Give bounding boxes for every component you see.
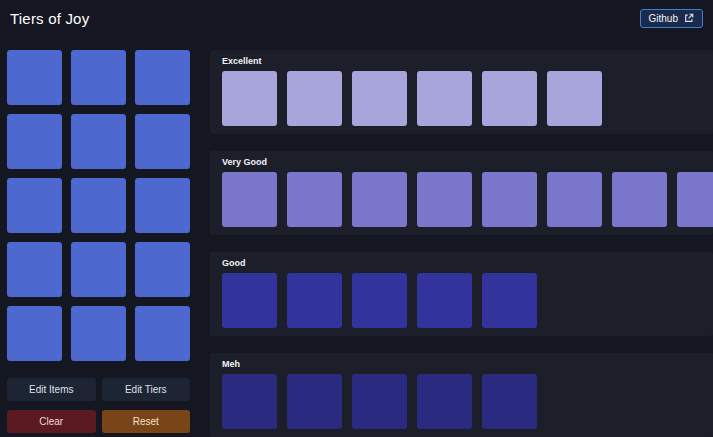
pool-item[interactable] <box>135 114 190 169</box>
tier-item[interactable] <box>482 374 537 429</box>
tier-item[interactable] <box>287 172 342 227</box>
tier-label: Very Good <box>222 157 701 167</box>
tier-item[interactable] <box>547 71 602 126</box>
tier-row: Meh <box>210 353 713 437</box>
tier-row: Very Good <box>210 151 713 235</box>
tier-item[interactable] <box>287 71 342 126</box>
clear-button[interactable]: Clear <box>7 410 96 433</box>
tier-item[interactable] <box>482 172 537 227</box>
pool-item[interactable] <box>7 178 62 233</box>
pool-item[interactable] <box>7 114 62 169</box>
pool-item[interactable] <box>7 306 62 361</box>
tier-item[interactable] <box>222 172 277 227</box>
tier-label: Excellent <box>222 56 701 66</box>
main-layout: Edit Items Edit Tiers Clear Reset Excell… <box>0 36 713 437</box>
controls: Edit Items Edit Tiers Clear Reset <box>7 378 190 433</box>
tier-item[interactable] <box>222 273 277 328</box>
tier-item[interactable] <box>222 374 277 429</box>
tier-items <box>222 374 701 429</box>
tier-label: Good <box>222 258 701 268</box>
pool-item[interactable] <box>7 242 62 297</box>
item-pool-panel: Edit Items Edit Tiers Clear Reset <box>7 50 190 433</box>
tier-row: Good <box>210 252 713 336</box>
pool-item[interactable] <box>71 242 126 297</box>
tier-item[interactable] <box>222 71 277 126</box>
pool-item[interactable] <box>7 50 62 105</box>
pool-item[interactable] <box>71 306 126 361</box>
external-link-icon <box>684 13 694 23</box>
tier-item[interactable] <box>287 374 342 429</box>
tier-item[interactable] <box>547 172 602 227</box>
tier-items <box>222 71 701 126</box>
tier-item[interactable] <box>352 374 407 429</box>
tier-item[interactable] <box>352 71 407 126</box>
tier-item[interactable] <box>482 273 537 328</box>
pool-item[interactable] <box>71 114 126 169</box>
item-pool <box>7 50 190 361</box>
tier-label: Meh <box>222 359 701 369</box>
tier-item[interactable] <box>482 71 537 126</box>
edit-tiers-button[interactable]: Edit Tiers <box>102 378 191 401</box>
pool-item[interactable] <box>71 50 126 105</box>
tier-items <box>222 172 701 227</box>
reset-button[interactable]: Reset <box>102 410 191 433</box>
tier-item[interactable] <box>352 273 407 328</box>
tier-item[interactable] <box>417 71 472 126</box>
tier-item[interactable] <box>677 172 713 227</box>
github-button-label: Github <box>649 13 678 24</box>
tier-item[interactable] <box>417 374 472 429</box>
github-button[interactable]: Github <box>640 9 703 28</box>
tier-item[interactable] <box>612 172 667 227</box>
tier-list: ExcellentVery GoodGoodMeh <box>210 50 713 437</box>
pool-item[interactable] <box>135 178 190 233</box>
tier-row: Excellent <box>210 50 713 134</box>
pool-item[interactable] <box>71 178 126 233</box>
tier-item[interactable] <box>417 273 472 328</box>
tier-item[interactable] <box>287 273 342 328</box>
tier-items <box>222 273 701 328</box>
page-title: Tiers of Joy <box>10 10 89 27</box>
edit-items-button[interactable]: Edit Items <box>7 378 96 401</box>
pool-item[interactable] <box>135 242 190 297</box>
pool-item[interactable] <box>135 50 190 105</box>
header: Tiers of Joy Github <box>0 0 713 36</box>
tier-item[interactable] <box>417 172 472 227</box>
tier-item[interactable] <box>352 172 407 227</box>
pool-item[interactable] <box>135 306 190 361</box>
